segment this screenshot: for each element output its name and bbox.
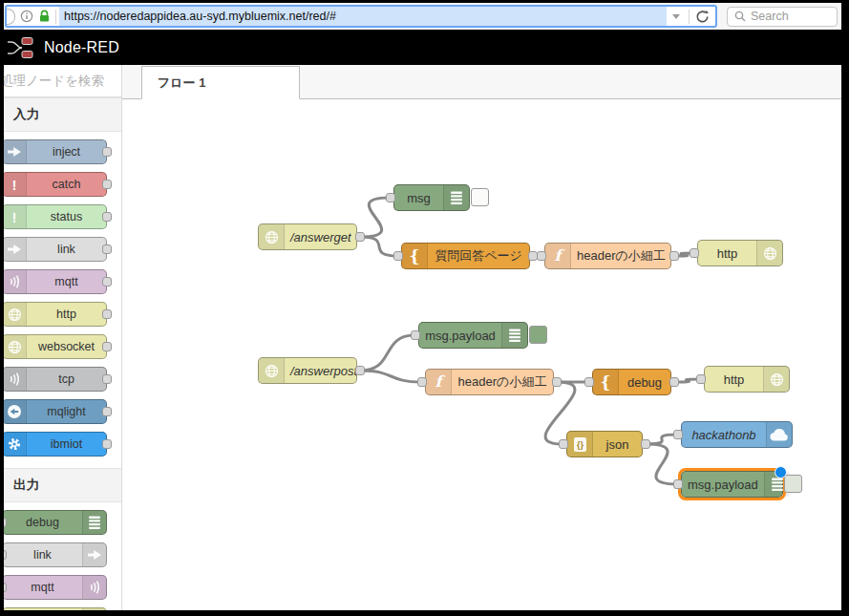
url-field[interactable]: https://noderedappidea.au-syd.mybluemix.… [5,5,717,28]
svg-text:{}: {} [576,440,584,450]
node-output-port[interactable] [102,147,112,157]
node-output-port[interactable] [102,439,112,449]
palette-node-mqtt[interactable]: mqtt [4,269,107,294]
wire-layer [122,99,841,610]
flow-node-function1[interactable]: fheaderの小細工 [544,243,671,269]
node-output-port[interactable] [552,377,562,387]
node-output-port[interactable] [355,366,365,375]
palette-node-link[interactable]: link [4,237,107,262]
node-input-port[interactable] [584,377,594,387]
palette-category-入力[interactable]: 入力 [4,97,121,132]
node-input-port[interactable] [417,377,427,387]
browser-search-field[interactable]: Search [727,7,838,27]
wire[interactable] [361,198,390,237]
palette-node-http-response[interactable]: http response [4,607,107,610]
debug-toggle-button[interactable] [471,188,489,206]
palette-search[interactable] [4,65,121,97]
flow-node-label: /answerget [285,224,357,249]
node-input-port[interactable] [4,583,7,592]
exclamation-icon: ! [4,173,27,196]
flow-node-http2[interactable]: http [704,366,790,393]
flow-node-label: hackathonb [682,422,766,447]
history-dropdown-icon[interactable] [672,14,680,19]
node-input-port[interactable] [4,550,7,560]
palette-node-http[interactable]: http [4,302,107,327]
flow-node-hackathonb[interactable]: hackathonb [681,421,793,448]
flow-node-answerpost[interactable]: /answerpost [258,357,357,384]
node-output-port[interactable] [355,232,365,242]
node-input-port[interactable] [393,251,403,261]
palette-node-debug[interactable]: debug [4,510,107,535]
flow-node-template2[interactable]: {debug [592,369,671,395]
template-icon: { [593,370,619,394]
flow-node-template1[interactable]: {質問回答ページ [401,243,530,269]
node-input-port[interactable] [696,374,706,384]
url-separator-2 [689,10,690,24]
node-output-port[interactable] [102,309,112,319]
wire[interactable] [361,371,421,382]
debug-toggle-button[interactable] [784,475,802,493]
palette-node-mqtt[interactable]: mqtt [4,575,107,600]
node-input-port[interactable] [673,430,683,439]
flow-node-answerget[interactable]: /answerget [258,223,357,250]
debug-icon [88,515,101,530]
node-output-port[interactable] [102,277,112,287]
changed-indicator-dot [775,466,787,478]
flow-node-http1[interactable]: http [697,240,783,266]
node-output-port[interactable] [102,212,112,222]
palette-search-input[interactable] [4,73,121,89]
globe-icon [4,335,27,358]
info-icon[interactable] [18,7,35,26]
debug-toggle-button[interactable] [529,326,547,344]
node-output-port[interactable] [102,407,112,416]
globe-icon [4,303,27,326]
url-text: https://noderedappidea.au-syd.mybluemix.… [59,7,667,26]
node-input-port[interactable] [411,330,420,340]
node-output-port[interactable] [669,377,679,387]
palette-node-link[interactable]: link [4,542,107,567]
flow-node-label: msg.payload [419,323,501,348]
flow-node-function2[interactable]: fheaderの小細工 [425,369,554,395]
node-input-port[interactable] [559,439,568,449]
screenshot-frame: https://noderedappidea.au-syd.mybluemix.… [0,0,849,616]
debug-icon [771,477,784,492]
node-input-port[interactable] [4,518,7,527]
flow-canvas[interactable]: /answergetmsg{質問回答ページfheaderの小細工http/ans… [122,99,841,610]
wire[interactable] [361,335,414,371]
node-input-port[interactable] [673,479,683,489]
palette-category-出力[interactable]: 出力 [4,468,121,502]
palette-node-inject[interactable]: inject [4,139,107,164]
node-output-port[interactable] [102,180,112,189]
partial-toolbar-icon [7,9,15,25]
palette-node-status[interactable]: !status [4,204,107,229]
chip-icon [4,433,27,456]
search-icon [734,11,746,22]
palette-sections: 入力inject!catch!statuslinkmqtthttpwebsock… [4,97,121,610]
node-output-port[interactable] [669,251,679,261]
palette-node-ibmiot[interactable]: ibmiot [4,432,107,457]
node-output-port[interactable] [641,439,650,449]
lock-icon[interactable] [35,7,53,26]
flow-node-label: http [698,241,756,266]
flow-node-msgpayload2[interactable]: msg.payload [681,471,783,498]
flow-node-msg[interactable]: msg [393,184,470,211]
node-input-port[interactable] [690,248,699,258]
palette-node-websocket[interactable]: websocket [4,334,107,359]
wire[interactable] [647,444,677,484]
node-input-port[interactable] [386,193,395,202]
node-input-port[interactable] [537,251,546,261]
palette-node-list: inject!catch!statuslinkmqtthttpwebsocket… [4,132,121,468]
node-output-port[interactable] [102,244,112,254]
palette-node-label: ibmiot [27,433,106,456]
flow-node-label: msg [394,185,443,210]
palette-node-tcp[interactable]: tcp [4,367,107,392]
wire[interactable] [361,237,397,256]
flow-tab[interactable]: フロー 1 [141,66,300,99]
palette-node-catch[interactable]: !catch [4,172,107,197]
reload-icon[interactable] [695,10,710,24]
palette-node-mqlight[interactable]: mqlight [4,399,107,424]
node-output-port[interactable] [102,374,112,384]
node-output-port[interactable] [102,342,112,351]
flow-node-json[interactable]: {}json [566,431,643,457]
flow-node-msgpayload1[interactable]: msg.payload [418,322,528,349]
